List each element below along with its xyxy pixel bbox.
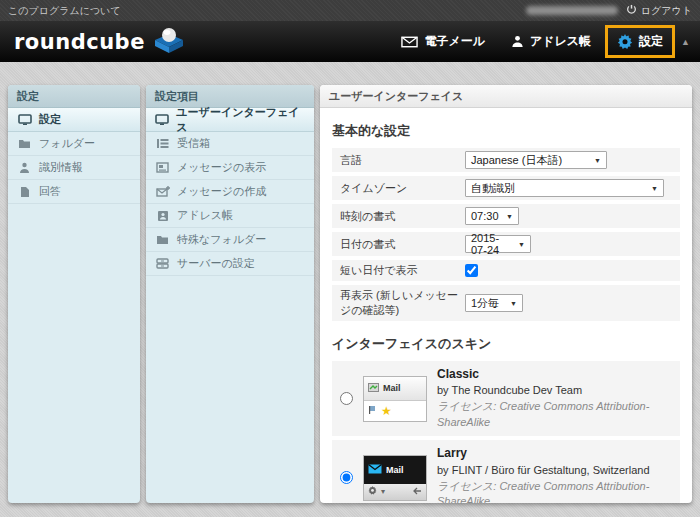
larry-gear-icon xyxy=(368,486,377,497)
taskbar-mail-label: 電子メール xyxy=(424,33,485,50)
top-strip: このプログラムについて ログアウト xyxy=(0,0,700,21)
section-item-label: メッセージの表示 xyxy=(177,160,266,175)
section-item-compose[interactable]: メッセージの作成 xyxy=(146,180,314,204)
settings-nav-title: 設定 xyxy=(8,85,140,108)
logout-label: ログアウト xyxy=(641,4,692,18)
skin-classic-name: Classic xyxy=(437,366,672,383)
section-item-label: 特殊なフォルダー xyxy=(177,232,266,247)
taskbar: 電子メール アドレス帳 設定 ▲ xyxy=(391,27,690,56)
sidebar-item-label: 設定 xyxy=(39,112,61,127)
sidebar-item-label: フォルダー xyxy=(39,136,95,151)
timezone-label: タイムゾーン xyxy=(340,181,465,196)
monitor-icon xyxy=(155,114,169,126)
taskbar-addressbook-label: アドレス帳 xyxy=(530,33,591,50)
section-item-label: アドレス帳 xyxy=(177,208,233,223)
about-link[interactable]: このプログラムについて xyxy=(8,4,121,18)
monitor-icon xyxy=(17,114,32,126)
taskbar-addressbook-button[interactable]: アドレス帳 xyxy=(501,27,601,56)
sidebar-item-label: 識別情報 xyxy=(39,160,83,175)
classic-thumb-label: Mail xyxy=(383,383,401,393)
taskbar-settings-button[interactable]: 設定 xyxy=(607,27,673,56)
chevron-down-icon: ▼ xyxy=(510,300,517,307)
app-bar: roundcube 電子メール アドレス帳 xyxy=(0,21,700,62)
roundcube-logo: roundcube xyxy=(14,24,187,60)
sidebar-item-responses[interactable]: 回答 xyxy=(8,180,140,204)
skin-larry-thumbnail: Mail ▾ xyxy=(363,455,427,501)
section-item-label: サーバーの設定 xyxy=(177,256,255,271)
skin-classic-author: by The Roundcube Dev Team xyxy=(437,383,672,399)
sidebar-item-folders[interactable]: フォルダー xyxy=(8,132,140,156)
date-format-select[interactable]: 2015-07-24▼ xyxy=(465,235,531,253)
sidebar-item-label: 回答 xyxy=(39,184,61,199)
larry-mail-icon xyxy=(368,464,382,476)
short-date-checkbox[interactable] xyxy=(465,264,478,277)
time-format-value: 07:30 xyxy=(471,210,499,222)
short-date-label: 短い日付で表示 xyxy=(340,263,465,278)
username-redacted xyxy=(526,6,618,15)
refresh-value: 1分毎 xyxy=(471,296,499,311)
refresh-row: 再表示 (新しいメッセージの確認等) 1分毎▼ xyxy=(332,285,680,321)
address-book-icon xyxy=(155,210,170,222)
folder-icon xyxy=(17,138,32,149)
envelope-icon xyxy=(401,36,418,48)
settings-nav-panel: 設定 設定 フォルダー 識別情報 回答 xyxy=(8,85,140,503)
roundcube-cube-icon xyxy=(151,24,187,60)
chevron-down-icon: ▼ xyxy=(594,157,601,164)
skin-classic-thumbnail: Mail ★ xyxy=(363,376,427,422)
refresh-select[interactable]: 1分毎▼ xyxy=(465,294,523,312)
timezone-row: タイムゾーン 自動識別▼ xyxy=(332,176,680,200)
skin-classic-license: ライセンス: Creative Commons Attribution-Shar… xyxy=(437,399,672,431)
skin-larry-license: ライセンス: Creative Commons Attribution-Shar… xyxy=(437,479,672,503)
page-title: ユーザーインターフェイス xyxy=(320,85,692,108)
power-icon xyxy=(626,4,637,17)
larry-reply-icon xyxy=(413,487,422,497)
date-format-label: 日付の書式 xyxy=(340,237,465,252)
time-format-row: 時刻の書式 07:30▼ xyxy=(332,204,680,228)
taskbar-collapse-icon[interactable]: ▲ xyxy=(681,37,690,47)
timezone-select[interactable]: 自動識別▼ xyxy=(465,179,664,197)
logout-button[interactable]: ログアウト xyxy=(626,4,692,18)
taskbar-mail-button[interactable]: 電子メール xyxy=(391,27,495,56)
preferences-content: 基本的な設定 言語 Japanese (日本語)▼ タイムゾーン 自動識別▼ 時… xyxy=(320,108,692,503)
section-item-label: 受信箱 xyxy=(177,136,210,151)
server-icon xyxy=(155,258,170,269)
person-icon xyxy=(511,35,524,48)
classic-flag-icon xyxy=(368,405,377,416)
section-item-inbox[interactable]: 受信箱 xyxy=(146,132,314,156)
time-format-select[interactable]: 07:30▼ xyxy=(465,207,519,225)
section-item-ui[interactable]: ユーザーインターフェイス xyxy=(146,108,314,132)
chevron-down-icon: ▼ xyxy=(651,185,658,192)
skin-classic-radio[interactable] xyxy=(340,392,353,405)
larry-caret-icon: ▾ xyxy=(381,487,385,496)
sections-nav-list: ユーザーインターフェイス 受信箱 メッセージの表示 メッセージの作成 アドレス帳… xyxy=(146,108,314,276)
skin-larry-author: by FLINT / Büro für Gestaltung, Switzerl… xyxy=(437,463,672,479)
section-item-label: ユーザーインターフェイス xyxy=(176,105,305,135)
sidebar-item-preferences[interactable]: 設定 xyxy=(8,108,140,132)
skin-larry-name: Larry xyxy=(437,445,672,462)
section-item-server[interactable]: サーバーの設定 xyxy=(146,252,314,276)
gear-icon xyxy=(617,34,633,50)
section-item-special-folders[interactable]: 特殊なフォルダー xyxy=(146,228,314,252)
skin-larry-radio[interactable] xyxy=(340,471,353,484)
chevron-down-icon: ▼ xyxy=(518,241,525,248)
short-date-row: 短い日付で表示 xyxy=(332,260,680,281)
skin-option-larry: Mail ▾ Larry by FLINT / Büro für Gestalt… xyxy=(332,440,680,503)
inbox-icon xyxy=(155,138,170,149)
timezone-value: 自動識別 xyxy=(471,181,515,196)
skin-option-classic: Mail ★ Classic by The Roundcube Dev Team… xyxy=(332,361,680,436)
sidebar-item-identities[interactable]: 識別情報 xyxy=(8,156,140,180)
time-format-label: 時刻の書式 xyxy=(340,209,465,224)
language-select[interactable]: Japanese (日本語)▼ xyxy=(465,151,607,169)
section-item-message-display[interactable]: メッセージの表示 xyxy=(146,156,314,180)
folder-icon xyxy=(155,234,170,245)
language-row: 言語 Japanese (日本語)▼ xyxy=(332,148,680,172)
section-item-addressbook[interactable]: アドレス帳 xyxy=(146,204,314,228)
language-value: Japanese (日本語) xyxy=(471,153,562,168)
basic-settings-heading: 基本的な設定 xyxy=(332,122,680,140)
star-icon: ★ xyxy=(381,404,392,418)
skins-heading: インターフェイスのスキン xyxy=(332,335,680,353)
compose-icon xyxy=(155,186,170,198)
logo-text: roundcube xyxy=(14,30,145,54)
message-display-icon xyxy=(155,162,170,173)
taskbar-settings-label: 設定 xyxy=(639,33,663,50)
